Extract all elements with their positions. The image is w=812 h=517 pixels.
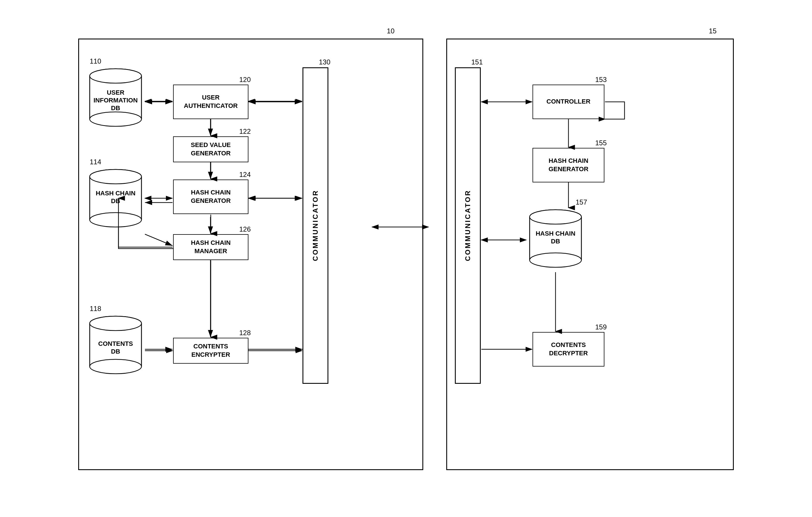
diagram-container: 10 <box>18 21 794 496</box>
user-info-db: 110 USER INFORMATION DB <box>87 67 144 132</box>
user-authenticator-id: 120 <box>239 75 251 84</box>
left-system-id: 10 <box>387 27 395 35</box>
seed-value-generator-id: 122 <box>239 127 251 136</box>
hash-chain-db-left: 114 HASH CHAIN DB <box>87 168 144 233</box>
controller: 153 CONTROLLER <box>532 85 604 119</box>
hash-chain-db-right-id: 157 <box>576 198 587 206</box>
hash-chain-db-left-id: 114 <box>90 158 101 166</box>
svg-text:HASH CHAIN: HASH CHAIN <box>96 190 136 197</box>
hash-chain-generator-right-id: 155 <box>595 138 607 147</box>
svg-point-19 <box>90 112 142 126</box>
contents-db-id: 118 <box>90 305 101 313</box>
user-info-db-id: 110 <box>90 57 101 65</box>
right-system-id: 15 <box>709 27 717 35</box>
svg-text:DB: DB <box>111 104 120 112</box>
svg-point-58 <box>530 253 581 267</box>
svg-point-37 <box>90 316 142 331</box>
svg-text:INFORMATION: INFORMATION <box>93 97 138 104</box>
hash-chain-manager: 126 HASH CHAINMANAGER <box>173 234 249 260</box>
seed-value-generator: 122 SEED VALUEGENERATOR <box>173 136 249 162</box>
svg-point-36 <box>90 359 142 374</box>
svg-text:USER: USER <box>107 89 124 96</box>
contents-decrypter-id: 159 <box>595 323 607 331</box>
svg-text:DB: DB <box>111 197 120 205</box>
contents-decrypter: 159 CONTENTS DECRYPTER <box>532 332 604 366</box>
right-communicator-id: 151 <box>471 58 483 66</box>
hash-chain-generator-right: 155 HASH CHAINGENERATOR <box>532 148 604 183</box>
contents-encrypter-id: 128 <box>239 328 251 337</box>
svg-point-59 <box>530 210 581 224</box>
contents-db: 118 CONTENTS DB <box>87 315 144 379</box>
contents-encrypter: 128 CONTENTSENCRYPTER <box>173 338 249 364</box>
hash-chain-generator-left: 124 HASH CHAINGENERATOR <box>173 180 249 214</box>
left-communicator: 130 COMMUNICATOR <box>302 67 328 384</box>
right-system-box: 15 151 COMMUNICATOR 153 CONTROLLER 155 H… <box>446 38 734 470</box>
controller-id: 153 <box>595 75 607 84</box>
left-communicator-id: 130 <box>319 58 330 66</box>
right-communicator: 151 COMMUNICATOR <box>455 67 481 384</box>
left-system-box: 10 <box>78 38 423 470</box>
svg-text:DB: DB <box>111 348 120 355</box>
svg-point-20 <box>90 69 142 83</box>
svg-text:HASH CHAIN: HASH CHAIN <box>536 230 575 237</box>
hash-chain-manager-id: 126 <box>239 225 251 234</box>
svg-text:CONTENTS: CONTENTS <box>98 340 133 347</box>
hash-chain-db-right: 157 HASH CHAIN DB <box>527 208 584 273</box>
user-authenticator: 120 USER AUTHENTICATOR <box>173 85 249 119</box>
hash-chain-generator-left-id: 124 <box>239 170 251 179</box>
svg-point-28 <box>90 213 142 227</box>
svg-text:DB: DB <box>551 238 560 245</box>
svg-point-29 <box>90 169 142 184</box>
